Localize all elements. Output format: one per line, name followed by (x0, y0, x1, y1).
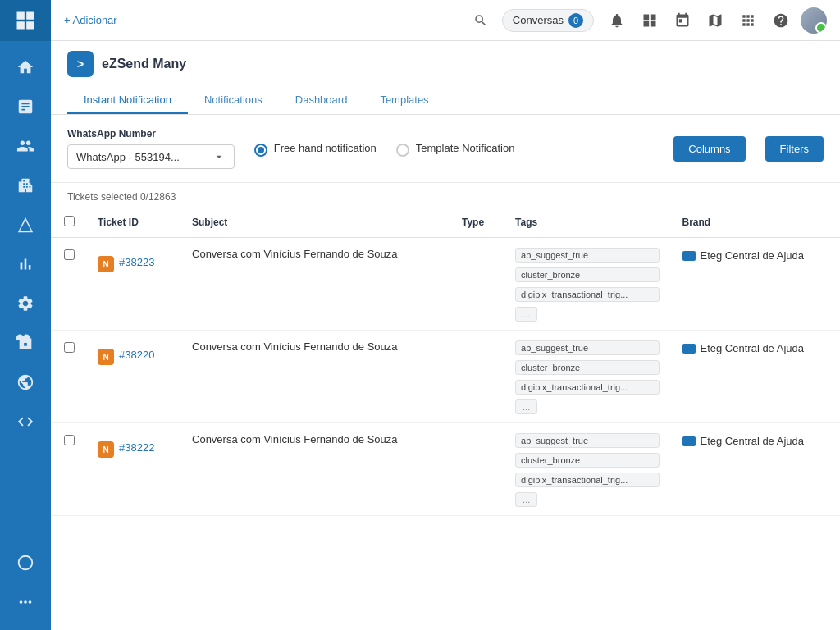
sidebar-nav (0, 41, 51, 543)
tag[interactable]: cluster_bronze (515, 267, 659, 282)
grid-icon[interactable] (637, 7, 663, 34)
table-area: Tickets selected 0/12863 Ticket ID Subje… (51, 183, 840, 630)
table-row: N#38222Conversa com Vinícius Fernando de… (51, 423, 840, 516)
search-icon[interactable] (469, 9, 492, 32)
table-row: N#38223Conversa com Vinícius Fernando de… (51, 238, 840, 331)
table-row: N#38220Conversa com Vinícius Fernando de… (51, 331, 840, 423)
brand-cell: Eteg Central de Ajuda (669, 238, 840, 331)
tag[interactable]: ab_suggest_true (515, 433, 659, 448)
tag[interactable]: ab_suggest_true (515, 248, 659, 262)
row-1-checkbox[interactable] (64, 342, 75, 353)
topbar: + Adicionar Conversas 0 (51, 0, 840, 41)
radio-freehand[interactable]: Free hand notification (254, 142, 377, 157)
select-all-checkbox[interactable] (64, 216, 75, 226)
conversations-badge: 0 (568, 13, 583, 28)
radio-freehand-label: Free hand notification (274, 142, 377, 156)
columns-button[interactable]: Columns (673, 136, 745, 162)
subject-cell: Conversa com Vinícius Fernando de Souza (179, 331, 449, 423)
whatsapp-label: WhatsApp Number (67, 128, 235, 139)
ticket-badge: N (98, 441, 114, 458)
sidebar-item-globe[interactable] (0, 363, 51, 402)
subject-cell: Conversa com Vinícius Fernando de Souza (179, 423, 449, 516)
col-tags: Tags (502, 208, 669, 238)
add-button[interactable]: + Adicionar (64, 14, 117, 26)
brand-cell: Eteg Central de Ajuda (669, 331, 840, 423)
ticket-link[interactable]: #38220 (119, 349, 154, 361)
tab-notifications[interactable]: Notifications (188, 87, 279, 114)
ticket-link[interactable]: #38223 (119, 256, 154, 268)
main-area: + Adicionar Conversas 0 (51, 0, 840, 630)
filters-button[interactable]: Filters (765, 136, 824, 162)
tag[interactable]: cluster_bronze (515, 360, 659, 375)
brand-icon (682, 344, 696, 354)
sidebar-item-reports[interactable] (0, 87, 51, 126)
conversations-button[interactable]: Conversas 0 (502, 9, 594, 32)
row-2-checkbox[interactable] (64, 435, 75, 445)
sidebar-item-code[interactable] (0, 402, 51, 441)
type-cell (449, 423, 502, 516)
tab-instant-notification[interactable]: Instant Notification (67, 87, 188, 114)
content-area: > eZSend Many Instant Notification Notif… (51, 41, 840, 630)
sidebar-item-box[interactable] (0, 323, 51, 363)
subject-cell: Conversa com Vinícius Fernando de Souza (179, 238, 449, 331)
tag[interactable]: digipix_transactional_trig... (515, 380, 659, 395)
ticket-link[interactable]: #38222 (119, 441, 154, 454)
row-checkbox-cell (51, 423, 84, 516)
brand-name: Eteg Central de Ajuda (701, 342, 804, 354)
col-ticket-id: Ticket ID (84, 208, 179, 238)
table-info: Tickets selected 0/12863 (51, 183, 840, 208)
radio-template[interactable]: Template Notification (396, 142, 515, 157)
table-wrapper[interactable]: Ticket ID Subject Type Tags Brand N#3822… (51, 208, 840, 630)
whatsapp-section: WhatsApp Number WhatsApp - 553194... (67, 128, 235, 169)
tag[interactable]: digipix_transactional_trig... (515, 287, 659, 302)
conversations-label: Conversas (513, 14, 564, 26)
radio-template-circle (396, 144, 409, 157)
sidebar-item-settings[interactable] (0, 284, 51, 323)
brand-icon (682, 436, 696, 446)
tag[interactable]: digipix_transactional_trig... (515, 472, 659, 487)
type-cell (449, 331, 502, 423)
sidebar-item-buildings[interactable] (0, 166, 51, 205)
tag[interactable]: ab_suggest_true (515, 340, 659, 355)
app-icon: > (67, 51, 94, 77)
ticket-badge: N (98, 256, 114, 272)
sidebar-item-contacts[interactable] (0, 126, 51, 166)
tag-more[interactable]: ... (515, 307, 537, 322)
calendar-icon[interactable] (669, 7, 696, 34)
sidebar-item-chart[interactable] (0, 244, 51, 284)
chevron-down-icon (212, 150, 226, 163)
tag[interactable]: cluster_bronze (515, 453, 659, 468)
tag-more[interactable]: ... (515, 399, 537, 414)
row-0-checkbox[interactable] (64, 249, 75, 260)
app-header: > eZSend Many Instant Notification Notif… (51, 41, 840, 115)
sidebar-item-triangle[interactable] (0, 205, 51, 244)
col-subject: Subject (179, 208, 449, 238)
type-cell (449, 238, 502, 331)
brand-name: Eteg Central de Ajuda (701, 435, 804, 447)
sidebar-item-home[interactable] (0, 48, 51, 87)
sidebar-logo[interactable] (0, 0, 51, 41)
sidebar-item-circle[interactable] (0, 543, 51, 582)
ticket-id-cell: N#38223 (84, 238, 179, 331)
app-title-row: > eZSend Many (67, 51, 824, 77)
tag-more[interactable]: ... (515, 492, 537, 507)
brand-icon (682, 251, 696, 261)
avatar[interactable] (801, 7, 827, 34)
tabs: Instant Notification Notifications Dashb… (67, 87, 824, 114)
tab-templates[interactable]: Templates (363, 87, 445, 114)
package-icon[interactable] (702, 7, 728, 34)
bell-icon[interactable] (604, 7, 630, 34)
row-checkbox-cell (51, 238, 84, 331)
col-checkbox (51, 208, 84, 238)
whatsapp-select[interactable]: WhatsApp - 553194... (67, 144, 235, 169)
toolbar: WhatsApp Number WhatsApp - 553194... Fre… (51, 115, 840, 183)
tab-dashboard[interactable]: Dashboard (279, 87, 364, 114)
radio-group: Free hand notification Template Notifica… (254, 142, 515, 157)
table-header-row: Ticket ID Subject Type Tags Brand (51, 208, 840, 238)
sidebar-item-more[interactable] (0, 582, 51, 622)
app-title-text: eZSend Many (102, 57, 186, 71)
col-brand: Brand (669, 208, 840, 238)
help-icon[interactable] (768, 7, 794, 34)
brand-name: Eteg Central de Ajuda (701, 249, 804, 262)
apps-icon[interactable] (735, 7, 761, 34)
